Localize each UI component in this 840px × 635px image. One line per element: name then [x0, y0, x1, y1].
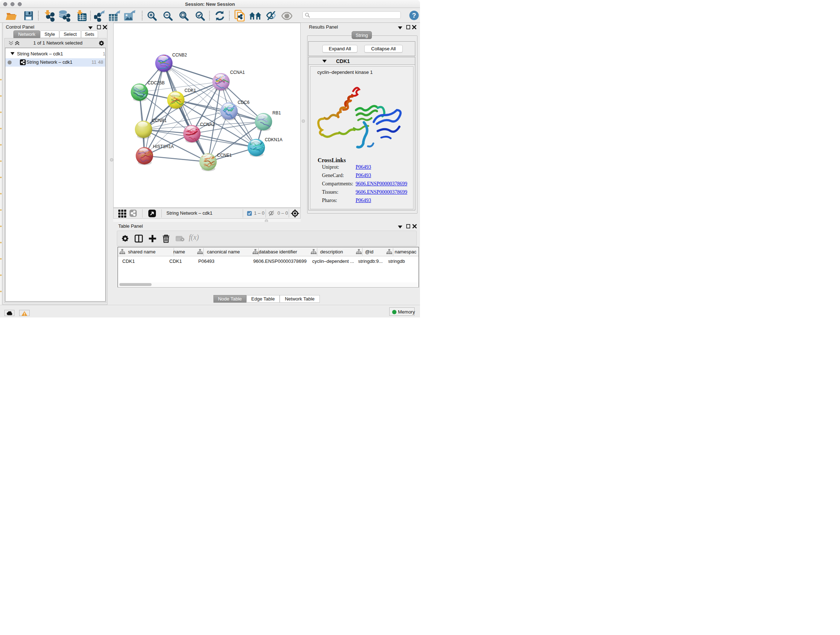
svg-text:CDK1: CDK1 [185, 88, 196, 93]
svg-text:CCNA1: CCNA1 [230, 70, 245, 75]
svg-text:CCNB2: CCNB2 [172, 52, 187, 57]
svg-text:CCNB1: CCNB1 [152, 118, 167, 123]
svg-text:CCNA2: CCNA2 [200, 122, 215, 127]
svg-text:CCNE1: CCNE1 [217, 153, 232, 158]
svg-text:CDC6: CDC6 [238, 100, 249, 105]
svg-text:CDKN1A: CDKN1A [265, 137, 283, 142]
svg-text:?: ? [412, 12, 416, 19]
svg-text:CDC25B: CDC25B [148, 80, 164, 86]
svg-text:RB1: RB1 [272, 111, 281, 116]
svg-text:HIST1H1A: HIST1H1A [153, 144, 174, 149]
